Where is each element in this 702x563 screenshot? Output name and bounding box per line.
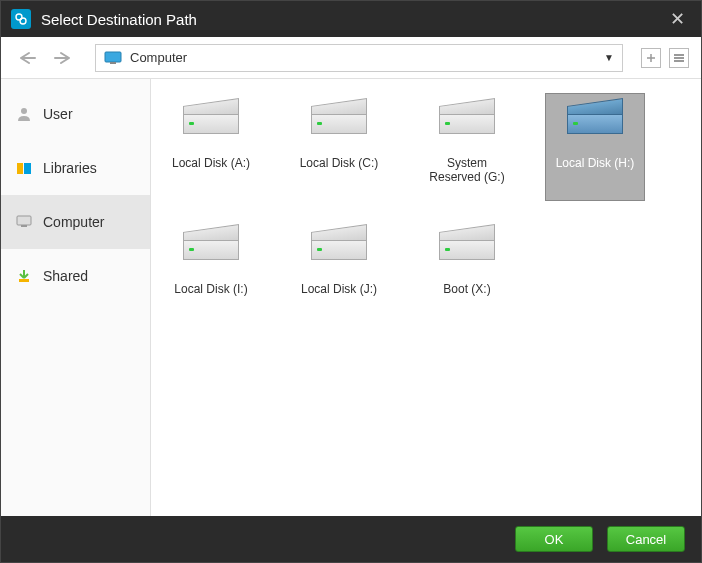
svg-rect-12 [19,279,29,282]
user-icon [15,105,33,123]
computer-icon [15,213,33,231]
disk-icon [183,228,239,268]
drive-label: Local Disk (I:) [174,282,247,296]
svg-rect-3 [110,62,116,64]
svg-rect-9 [24,163,31,174]
drive-label: Local Disk (H:) [556,156,635,170]
view-mode-button[interactable] [669,48,689,68]
drive-item[interactable]: Local Disk (A:) [161,93,261,201]
disk-icon [311,228,367,268]
shared-icon [15,267,33,285]
drive-item[interactable]: Local Disk (I:) [161,219,261,327]
drive-item[interactable]: Boot (X:) [417,219,517,327]
content-pane: Local Disk (A:) Local Disk (C:) System R… [151,79,701,516]
libraries-icon [15,159,33,177]
svg-point-7 [21,108,27,114]
drive-item[interactable]: Local Disk (H:) [545,93,645,201]
drive-label: Local Disk (J:) [301,282,377,296]
sidebar-item-label: Computer [43,214,104,230]
drive-label: Boot (X:) [443,282,490,296]
close-icon[interactable]: ✕ [664,8,691,30]
disk-icon [183,102,239,142]
drive-grid: Local Disk (A:) Local Disk (C:) System R… [161,93,691,327]
drive-label: System Reserved (G:) [420,156,514,185]
sidebar: User Libraries Computer Shared [1,79,151,516]
footer: OK Cancel [1,516,701,562]
toolbar: Computer ▼ [1,37,701,79]
chevron-down-icon[interactable]: ▼ [604,52,614,63]
sidebar-item-shared[interactable]: Shared [1,249,150,303]
svg-rect-4 [674,54,684,56]
sidebar-item-libraries[interactable]: Libraries [1,141,150,195]
dialog-window: Select Destination Path ✕ Computer ▼ [0,0,702,563]
svg-rect-5 [674,57,684,59]
back-button[interactable] [13,44,41,72]
sidebar-item-user[interactable]: User [1,87,150,141]
sidebar-item-computer[interactable]: Computer [1,195,150,249]
drive-item[interactable]: Local Disk (C:) [289,93,389,201]
path-breadcrumb[interactable]: Computer ▼ [95,44,623,72]
path-text: Computer [130,50,604,65]
svg-point-1 [20,18,26,24]
cancel-button[interactable]: Cancel [607,526,685,552]
new-folder-button[interactable] [641,48,661,68]
sidebar-item-label: User [43,106,73,122]
drive-label: Local Disk (A:) [172,156,250,170]
dialog-title: Select Destination Path [41,11,664,28]
disk-icon [439,228,495,268]
app-icon [11,9,31,29]
computer-icon [104,51,122,65]
svg-rect-8 [17,163,23,174]
titlebar: Select Destination Path ✕ [1,1,701,37]
sidebar-item-label: Shared [43,268,88,284]
svg-rect-11 [21,225,27,227]
svg-rect-10 [17,216,31,225]
drive-item[interactable]: Local Disk (J:) [289,219,389,327]
sidebar-item-label: Libraries [43,160,97,176]
svg-rect-2 [105,52,121,62]
dialog-body: User Libraries Computer Shared [1,79,701,516]
disk-icon [311,102,367,142]
drive-item[interactable]: System Reserved (G:) [417,93,517,201]
drive-label: Local Disk (C:) [300,156,379,170]
disk-icon [439,102,495,142]
forward-button[interactable] [49,44,77,72]
svg-rect-6 [674,60,684,62]
disk-icon [567,102,623,142]
ok-button[interactable]: OK [515,526,593,552]
